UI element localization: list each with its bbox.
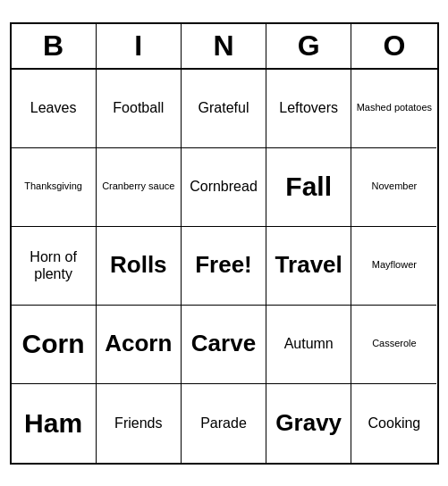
cell-text: Rolls: [110, 251, 167, 279]
cell-text: Cooking: [368, 415, 421, 432]
cell-text: Thanksgiving: [24, 180, 82, 192]
header-letter: G: [266, 24, 351, 68]
cell-text: Cranberry sauce: [102, 180, 174, 192]
bingo-cell: Casserole: [351, 306, 436, 384]
header-letter: N: [182, 24, 266, 68]
bingo-cell: Cooking: [351, 384, 436, 463]
bingo-cell: Autumn: [266, 306, 351, 384]
bingo-cell: Acorn: [97, 306, 182, 384]
cell-text: Grateful: [199, 99, 249, 116]
header-letter: B: [12, 24, 97, 68]
bingo-cell: Cornbread: [182, 148, 266, 227]
bingo-cell: November: [351, 148, 436, 227]
bingo-cell: Corn: [12, 306, 97, 384]
bingo-cell: Leftovers: [266, 70, 351, 148]
cell-text: Carve: [191, 330, 256, 357]
bingo-cell: Mayflower: [351, 227, 436, 306]
cell-text: Leaves: [30, 99, 77, 116]
bingo-cell: Rolls: [97, 227, 182, 306]
bingo-cell: Ham: [12, 384, 97, 463]
cell-text: Gravy: [275, 409, 342, 437]
cell-text: November: [372, 180, 418, 192]
cell-text: Horn of plenty: [15, 248, 92, 282]
bingo-cell: Gravy: [266, 384, 351, 463]
bingo-cell: Grateful: [182, 70, 266, 148]
cell-text: Cornbread: [190, 178, 258, 195]
cell-text: Travel: [275, 251, 342, 279]
bingo-cell: Friends: [97, 384, 182, 463]
cell-text: Corn: [22, 328, 85, 360]
cell-text: Friends: [114, 415, 162, 432]
cell-text: Football: [113, 99, 164, 116]
cell-text: Casserole: [372, 338, 417, 349]
header-letter: I: [97, 24, 182, 68]
bingo-cell: Fall: [266, 148, 351, 227]
bingo-cell: Parade: [182, 384, 266, 463]
bingo-card: BINGO LeavesFootballGratefulLeftoversMas…: [10, 22, 439, 465]
bingo-cell: Cranberry sauce: [97, 148, 182, 227]
cell-text: Mashed potatoes: [357, 102, 432, 113]
cell-text: Free!: [195, 251, 252, 279]
cell-text: Acorn: [105, 330, 172, 357]
bingo-cell: Thanksgiving: [12, 148, 97, 227]
bingo-cell: Free!: [182, 227, 266, 306]
cell-text: Autumn: [284, 335, 334, 352]
cell-text: Leftovers: [279, 99, 338, 116]
cell-text: Mayflower: [372, 259, 417, 271]
bingo-cell: Football: [97, 70, 182, 148]
bingo-header: BINGO: [12, 24, 437, 70]
cell-text: Parade: [200, 415, 247, 432]
bingo-cell: Leaves: [12, 70, 97, 148]
bingo-cell: Travel: [266, 227, 351, 306]
bingo-grid: LeavesFootballGratefulLeftoversMashed po…: [12, 70, 437, 463]
bingo-cell: Horn of plenty: [12, 227, 97, 306]
cell-text: Fall: [285, 171, 332, 203]
bingo-cell: Mashed potatoes: [351, 70, 436, 148]
cell-text: Ham: [24, 407, 82, 440]
bingo-cell: Carve: [182, 306, 266, 384]
header-letter: O: [351, 24, 436, 68]
